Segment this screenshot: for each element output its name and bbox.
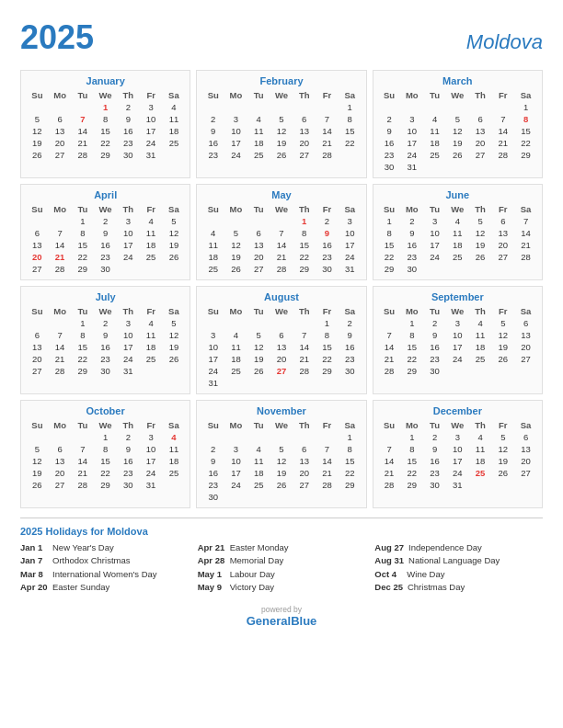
calendar-day: 18 [423, 137, 446, 149]
country-title: Moldova [466, 30, 543, 54]
weekday-header: Th [469, 89, 492, 101]
month-box-july: JulySuMoTuWeThFrSa1234567891011121314151… [20, 286, 190, 394]
calendar-day: 25 [140, 353, 163, 365]
calendar-day: 26 [270, 149, 293, 161]
calendar-day: 8 [339, 443, 362, 455]
calendar-day: 11 [201, 239, 224, 251]
calendar-day: 24 [140, 467, 163, 479]
weekday-header: Su [378, 419, 401, 431]
calendar-day: 13 [514, 329, 537, 341]
calendar-day: 28 [72, 479, 95, 491]
calendar-day: 4 [140, 215, 163, 227]
weekday-header: Mo [224, 203, 247, 215]
calendar-day [446, 365, 469, 377]
calendar-day: 8 [400, 329, 423, 341]
calendar-day: 20 [49, 137, 72, 149]
calendar-day: 28 [378, 365, 401, 377]
holiday-item: Aug 31National Language Day [374, 554, 543, 567]
calendar-day: 14 [270, 239, 293, 251]
calendar-day: 21 [378, 467, 401, 479]
calendar-day: 23 [94, 353, 117, 365]
calendar-day: 5 [26, 443, 49, 455]
calendar-day [72, 431, 95, 443]
month-name: October [26, 405, 185, 416]
calendar-day: 28 [316, 149, 339, 161]
weekday-header: Tu [423, 419, 446, 431]
calendar-day: 24 [117, 251, 140, 263]
calendar-day [378, 317, 401, 329]
calendar-day: 8 [94, 113, 117, 125]
calendar-day: 23 [423, 353, 446, 365]
calendar-day: 29 [72, 365, 95, 377]
calendar-day: 8 [514, 113, 537, 125]
calendar-day: 24 [224, 479, 247, 491]
calendar-day: 2 [378, 113, 401, 125]
month-box-september: SeptemberSuMoTuWeThFrSa12345678910111213… [373, 286, 543, 394]
calendar-day [117, 263, 140, 275]
weekday-header: Sa [339, 89, 362, 101]
calendar-day [224, 431, 247, 443]
weekday-header: Sa [339, 203, 362, 215]
calendar-day: 27 [514, 467, 537, 479]
calendar-day: 30 [94, 365, 117, 377]
weekday-header: Mo [49, 305, 72, 317]
weekday-header: Tu [247, 89, 270, 101]
calendar-day: 26 [446, 149, 469, 161]
holidays-section: 2025 Holidays for Moldova Jan 1New Year'… [20, 518, 543, 594]
calendar-day: 2 [201, 443, 224, 455]
weekday-header: Tu [72, 419, 95, 431]
brand-blue: Blue [291, 614, 316, 628]
calendar-day: 7 [378, 329, 401, 341]
calendar-day: 22 [316, 353, 339, 365]
weekday-header: Su [378, 203, 401, 215]
calendar-day: 10 [140, 113, 163, 125]
calendar-day: 27 [49, 479, 72, 491]
weekday-header: We [94, 305, 117, 317]
calendar-day: 12 [469, 227, 492, 239]
weekday-header: Su [378, 305, 401, 317]
calendar-day: 28 [491, 149, 514, 161]
calendar-day: 1 [94, 101, 117, 113]
weekday-header: Su [26, 203, 49, 215]
holiday-item: Jan 7Orthodox Christmas [20, 554, 189, 567]
month-box-february: FebruarySuMoTuWeThFrSa123456789101112131… [196, 70, 366, 178]
weekday-header: We [94, 203, 117, 215]
calendar-day: 17 [400, 137, 423, 149]
calendar-day: 22 [72, 251, 95, 263]
calendar-day: 9 [117, 113, 140, 125]
calendar-day: 15 [514, 125, 537, 137]
calendar-day: 21 [270, 251, 293, 263]
calendar-day: 29 [400, 365, 423, 377]
calendar-day [423, 101, 446, 113]
calendar-day: 15 [94, 455, 117, 467]
weekday-header: Tu [72, 203, 95, 215]
calendar-day [339, 377, 362, 389]
calendar-day: 31 [400, 161, 423, 173]
calendar-day: 5 [270, 113, 293, 125]
calendar-day: 26 [26, 149, 49, 161]
calendar-day: 15 [400, 455, 423, 467]
calendar-day: 11 [423, 125, 446, 137]
calendar-day: 29 [94, 479, 117, 491]
calendar-day [491, 101, 514, 113]
month-name: November [201, 405, 361, 416]
calendar-day: 20 [270, 353, 293, 365]
calendar-day: 12 [26, 125, 49, 137]
calendar-day: 9 [423, 443, 446, 455]
calendar-day: 22 [94, 137, 117, 149]
calendar-day: 25 [247, 149, 270, 161]
calendar-day: 3 [400, 113, 423, 125]
calendar-day: 2 [316, 215, 339, 227]
holiday-date: Apr 20 [20, 581, 48, 594]
calendar-day: 28 [49, 365, 72, 377]
calendar-day: 26 [491, 467, 514, 479]
holidays-title: 2025 Holidays for Moldova [20, 526, 543, 537]
weekday-header: Th [117, 419, 140, 431]
calendar-day: 4 [469, 431, 492, 443]
calendar-day: 20 [293, 137, 316, 149]
weekday-header: Fr [316, 305, 339, 317]
calendar-day: 1 [72, 215, 95, 227]
calendar-day: 27 [49, 149, 72, 161]
calendar-day: 15 [400, 341, 423, 353]
calendar-day: 30 [423, 365, 446, 377]
